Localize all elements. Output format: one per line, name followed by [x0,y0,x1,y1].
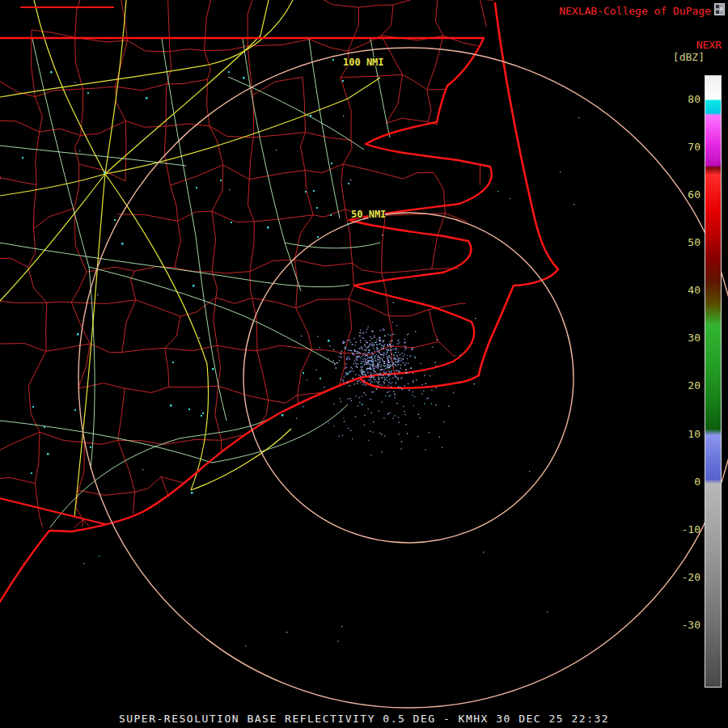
range-ring-label-100nmi: 100 NMI [343,57,384,68]
colorbar-product-label: NEXR [696,39,722,51]
product-caption: SUPER-RESOLUTION BASE REFLECTIVITY 0.5 D… [0,713,728,725]
range-rings [78,48,728,708]
radar-echoes [74,82,579,646]
brand-text: NEXLAB-College of DuPage [559,5,711,17]
radar-map [0,0,728,728]
colorbar-gradient [705,75,722,688]
colorbar-units-label: [dBZ] [673,51,705,63]
cod-logo-icon [714,3,725,19]
range-ring-label-50nmi: 50 NMI [351,209,386,220]
roads [0,39,390,527]
radar-viewer: 100 NMI 50 NMI NEXLAB-College of DuPage … [0,0,728,728]
